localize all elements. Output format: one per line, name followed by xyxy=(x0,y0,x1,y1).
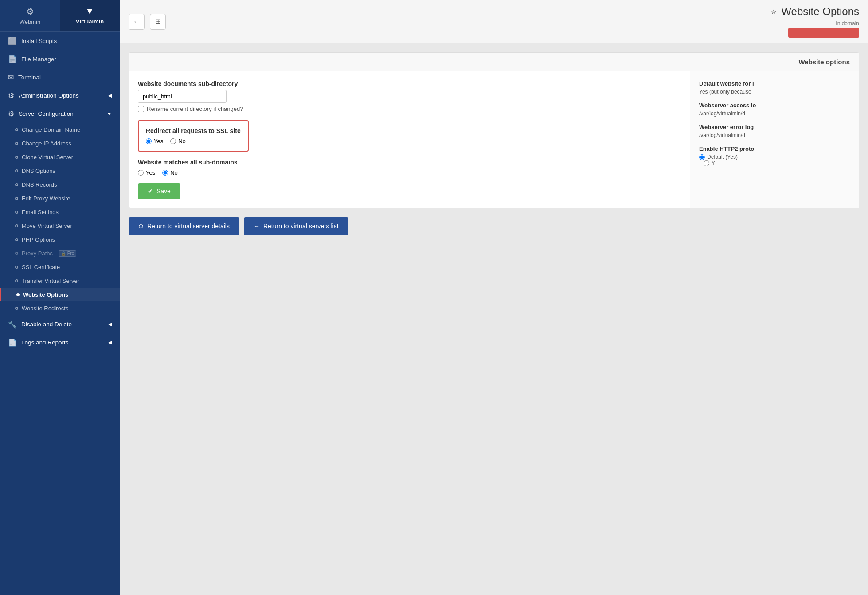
disable-delete-arrow: ◀ xyxy=(108,321,112,327)
server-config-icon: ⚙ xyxy=(8,110,14,118)
sidebar-item-move-virtual-server[interactable]: Move Virtual Server xyxy=(0,219,120,233)
rename-check-row: Rename current directory if changed? xyxy=(138,106,681,112)
redirect-label: Redirect all requests to SSL site xyxy=(146,127,241,134)
http2-default-radio[interactable] xyxy=(699,154,705,160)
subdomain-no-option[interactable]: No xyxy=(162,169,178,176)
sidebar-item-change-domain-name[interactable]: Change Domain Name xyxy=(0,123,120,137)
subdomain-yes-option[interactable]: Yes xyxy=(138,169,155,176)
domain-bar xyxy=(788,28,859,38)
default-website-field: Default website for I Yes (but only beca… xyxy=(699,80,850,95)
sidebar-item-change-ip-address[interactable]: Change IP Address xyxy=(0,137,120,150)
tab-webmin[interactable]: ⚙ Webmin xyxy=(0,0,60,31)
change-domain-dot xyxy=(15,128,18,131)
topbar: ← ⊞ ☆ Website Options In domain xyxy=(120,0,868,43)
file-manager-icon: 📄 xyxy=(8,55,17,63)
sidebar-item-website-redirects[interactable]: Website Redirects xyxy=(0,301,120,315)
logs-reports-arrow: ◀ xyxy=(108,340,112,345)
sidebar-item-file-manager[interactable]: 📄 File Manager xyxy=(0,50,120,68)
redirect-no-radio[interactable] xyxy=(170,138,176,144)
admin-options-icon: ⚙ xyxy=(8,91,14,100)
http2-yes-radio[interactable] xyxy=(704,160,709,166)
main-content: ← ⊞ ☆ Website Options In domain Website … xyxy=(120,0,868,595)
col-left: Website documents sub-directory Rename c… xyxy=(129,71,690,208)
access-log-label: Webserver access lo xyxy=(699,102,850,109)
sidebar-item-email-settings[interactable]: Email Settings xyxy=(0,205,120,219)
sidebar-item-disable-delete[interactable]: 🔧 Disable and Delete ◀ xyxy=(0,315,120,333)
terminal-icon: ✉ xyxy=(8,73,14,82)
save-check-icon: ✔ xyxy=(148,188,153,195)
subdomain-group: Website matches all sub-domains Yes No xyxy=(138,159,681,176)
sidebar-item-edit-proxy-website[interactable]: Edit Proxy Website xyxy=(0,192,120,205)
webmin-icon: ⚙ xyxy=(4,6,56,17)
subdomain-label: Website matches all sub-domains xyxy=(138,159,681,166)
return-details-icon: ⊙ xyxy=(138,223,144,230)
topbar-right: ☆ Website Options In domain xyxy=(771,5,859,38)
sidebar-item-transfer-virtual-server[interactable]: Transfer Virtual Server xyxy=(0,274,120,288)
rename-check-label: Rename current directory if changed? xyxy=(147,106,243,112)
move-virtual-dot xyxy=(15,224,18,227)
subdomain-yes-radio[interactable] xyxy=(138,170,144,176)
error-log-field: Webserver error log /var/log/virtualmin/… xyxy=(699,124,850,138)
logs-reports-icon: 📄 xyxy=(8,338,17,347)
redirect-box: Redirect all requests to SSL site Yes No xyxy=(138,120,249,152)
col-right: Default website for I Yes (but only beca… xyxy=(690,71,859,208)
edit-proxy-dot xyxy=(15,197,18,200)
redirect-no-option[interactable]: No xyxy=(170,138,186,145)
sidebar-header: ⚙ Webmin ▼ Virtualmin xyxy=(0,0,120,32)
panel-body: Website documents sub-directory Rename c… xyxy=(129,71,859,208)
return-list-button[interactable]: ← Return to virtual servers list xyxy=(244,217,348,235)
change-ip-dot xyxy=(15,142,18,145)
star-icon[interactable]: ☆ xyxy=(771,8,777,15)
disable-delete-icon: 🔧 xyxy=(8,320,17,329)
access-log-field: Webserver access lo /var/log/virtualmin/… xyxy=(699,102,850,117)
install-scripts-icon: ⬜ xyxy=(8,37,17,45)
sidebar-item-install-scripts[interactable]: ⬜ Install Scripts xyxy=(0,32,120,50)
page-title: Website Options xyxy=(781,5,859,18)
docs-subdir-group: Website documents sub-directory Rename c… xyxy=(138,80,681,112)
ssl-cert-dot xyxy=(15,266,18,269)
sidebar-item-terminal[interactable]: ✉ Terminal xyxy=(0,68,120,86)
website-options-dot xyxy=(16,293,20,296)
bottom-actions: ⊙ Return to virtual server details ← Ret… xyxy=(129,217,859,235)
default-website-label: Default website for I xyxy=(699,80,850,87)
http2-label: Enable HTTP2 proto xyxy=(699,145,850,152)
return-details-button[interactable]: ⊙ Return to virtual server details xyxy=(129,217,239,235)
rename-checkbox[interactable] xyxy=(138,106,144,112)
sidebar: ⚙ Webmin ▼ Virtualmin ⬜ Install Scripts … xyxy=(0,0,120,595)
http2-field: Enable HTTP2 proto Default (Yes) Y xyxy=(699,145,850,166)
subdomain-radio-group: Yes No xyxy=(138,169,681,176)
sidebar-item-website-options[interactable]: Website Options xyxy=(0,288,120,301)
redirect-yes-radio[interactable] xyxy=(146,138,152,144)
sidebar-item-dns-records[interactable]: DNS Records xyxy=(0,178,120,192)
sidebar-item-proxy-paths[interactable]: Proxy Paths 🔒 Pro xyxy=(0,247,120,260)
http2-yes-option[interactable]: Y xyxy=(704,160,850,166)
sidebar-item-clone-virtual-server[interactable]: Clone Virtual Server xyxy=(0,150,120,164)
server-config-arrow: ▼ xyxy=(107,111,112,117)
subdomain-no-radio[interactable] xyxy=(162,170,168,176)
sidebar-item-php-options[interactable]: PHP Options xyxy=(0,233,120,247)
tab-virtualmin[interactable]: ▼ Virtualmin xyxy=(60,0,120,31)
transfer-dot xyxy=(15,279,18,282)
website-redirects-dot xyxy=(15,307,18,310)
domain-label: In domain xyxy=(836,20,859,27)
docs-subdir-input[interactable] xyxy=(138,90,227,103)
clone-dot xyxy=(15,156,18,159)
redirect-yes-option[interactable]: Yes xyxy=(146,138,163,145)
grid-icon: ⊞ xyxy=(155,17,161,26)
error-log-value: /var/log/virtualmin/d xyxy=(699,132,850,138)
grid-button[interactable]: ⊞ xyxy=(150,14,166,30)
sidebar-item-dns-options[interactable]: DNS Options xyxy=(0,164,120,178)
sidebar-item-ssl-certificate[interactable]: SSL Certificate xyxy=(0,260,120,274)
save-button[interactable]: ✔ Save xyxy=(138,183,180,199)
sidebar-item-administration-options[interactable]: ⚙ Administration Options ◀ xyxy=(0,86,120,105)
access-log-value: /var/log/virtualmin/d xyxy=(699,110,850,117)
content-area: Website options Website documents sub-di… xyxy=(120,43,868,595)
sidebar-menu: ⬜ Install Scripts 📄 File Manager ✉ Termi… xyxy=(0,32,120,595)
panel-header: Website options xyxy=(129,53,859,71)
sidebar-item-server-configuration[interactable]: ⚙ Server Configuration ▼ xyxy=(0,105,120,123)
proxy-paths-dot xyxy=(15,252,18,255)
dns-options-dot xyxy=(15,169,18,172)
back-button[interactable]: ← xyxy=(129,14,145,30)
sidebar-item-logs-reports[interactable]: 📄 Logs and Reports ◀ xyxy=(0,333,120,352)
http2-default-option[interactable]: Default (Yes) xyxy=(699,154,850,160)
